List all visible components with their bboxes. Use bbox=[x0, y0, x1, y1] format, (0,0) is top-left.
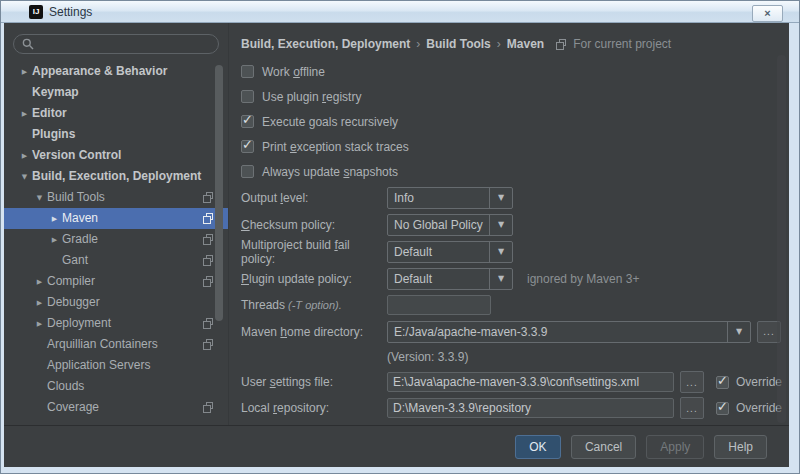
sidebar-item-label: Editor bbox=[32, 106, 67, 120]
search-input[interactable] bbox=[40, 36, 210, 52]
sidebar-item-editor[interactable]: ▶Editor bbox=[4, 103, 228, 124]
plugin-update-policy-select[interactable]: Default ▼ bbox=[387, 268, 513, 290]
chevron-down-icon[interactable]: ▼ bbox=[489, 188, 512, 208]
breadcrumb-build-execution-deployment[interactable]: Build, Execution, Deployment bbox=[241, 37, 410, 51]
sidebar-item-arquillian-containers[interactable]: Arquillian Containers bbox=[4, 334, 228, 355]
sidebar-item-gant[interactable]: Gant bbox=[4, 250, 228, 271]
always-update-snapshots-label: Always update snapshots bbox=[262, 165, 398, 179]
search-icon bbox=[22, 38, 34, 50]
maven-settings-panel: Build, Execution, Deployment › Build Too… bbox=[229, 23, 789, 425]
chevron-down-icon[interactable]: ▼ bbox=[489, 242, 512, 262]
local-repository-input[interactable] bbox=[387, 398, 674, 418]
work-offline-checkbox[interactable]: ✓ bbox=[241, 65, 254, 78]
sidebar-item-debugger[interactable]: ▶Debugger bbox=[4, 292, 228, 313]
maven-home-directory-label: Maven home directory: bbox=[241, 325, 387, 339]
local-repository-browse-button[interactable]: ... bbox=[680, 397, 704, 419]
close-button[interactable]: × bbox=[752, 5, 783, 22]
use-plugin-registry-label: Use plugin registry bbox=[262, 90, 361, 104]
sidebar-item-compiler[interactable]: ▶Compiler bbox=[4, 271, 228, 292]
sidebar-item-application-servers[interactable]: Application Servers bbox=[4, 355, 228, 376]
sidebar-item-label: Version Control bbox=[32, 148, 121, 162]
user-settings-file-row: User settings file: ... ✓ Override bbox=[241, 369, 789, 395]
cancel-button[interactable]: Cancel bbox=[571, 435, 636, 459]
sidebar-item-clouds[interactable]: Clouds bbox=[4, 376, 228, 397]
local-repository-override-checkbox[interactable]: ✓ bbox=[716, 402, 729, 415]
ok-button[interactable]: OK bbox=[515, 435, 561, 459]
chevron-right-icon: ▶ bbox=[17, 62, 32, 83]
shared-settings-icon bbox=[203, 339, 214, 350]
sidebar-item-label: Application Servers bbox=[47, 358, 150, 372]
sidebar-item-appearance-behavior[interactable]: ▶Appearance & Behavior bbox=[4, 61, 228, 82]
breadcrumb-build-tools[interactable]: Build Tools bbox=[426, 37, 490, 51]
sidebar-item-coverage[interactable]: Coverage bbox=[4, 397, 228, 418]
sidebar-scrollbar[interactable] bbox=[215, 65, 223, 321]
plugin-update-policy-note: ignored by Maven 3+ bbox=[527, 272, 639, 286]
execute-goals-recursively-checkbox[interactable]: ✓ bbox=[241, 115, 254, 128]
shared-settings-icon bbox=[203, 234, 214, 245]
sidebar-item-keymap[interactable]: Keymap bbox=[4, 82, 228, 103]
user-settings-override: ✓ Override bbox=[716, 375, 782, 389]
print-exception-stack-traces-checkbox[interactable]: ✓ bbox=[241, 140, 254, 153]
multiproject-build-fail-policy-value: Default bbox=[388, 245, 489, 259]
user-settings-file-browse-button[interactable]: ... bbox=[680, 371, 704, 393]
settings-tree: ▶Appearance & Behavior Keymap ▶Editor Pl… bbox=[4, 61, 228, 425]
window-title: Settings bbox=[49, 5, 92, 19]
check-icon: ✓ bbox=[717, 373, 728, 388]
checksum-policy-select[interactable]: No Global Policy ▼ bbox=[387, 214, 513, 236]
threads-option-hint: (-T option). bbox=[288, 299, 342, 311]
maven-version-note: (Version: 3.3.9) bbox=[241, 345, 789, 369]
chevron-down-icon[interactable]: ▼ bbox=[727, 322, 750, 342]
sidebar-item-label: Build, Execution, Deployment bbox=[32, 169, 201, 183]
checksum-policy-label: Checksum policy: bbox=[241, 218, 387, 232]
help-button[interactable]: Help bbox=[714, 435, 767, 459]
sidebar-item-build-execution-deployment[interactable]: ▼Build, Execution, Deployment bbox=[4, 166, 228, 187]
user-settings-file-label: User settings file: bbox=[241, 375, 387, 389]
maven-home-directory-combobox[interactable]: E:/Java/apache-maven-3.3.9 ▼ bbox=[387, 321, 751, 343]
breadcrumb-separator: › bbox=[416, 37, 420, 51]
sidebar-item-deployment[interactable]: ▶Deployment bbox=[4, 313, 228, 334]
sidebar-item-label: Plugins bbox=[32, 127, 75, 141]
sidebar-item-build-tools[interactable]: ▼Build Tools bbox=[4, 187, 228, 208]
sidebar-item-label: Arquillian Containers bbox=[47, 337, 158, 351]
use-plugin-registry-checkbox[interactable]: ✓ bbox=[241, 90, 254, 103]
print-exception-stack-traces-row: ✓ Print exception stack traces bbox=[241, 134, 789, 159]
sidebar-item-label: Build Tools bbox=[47, 190, 105, 204]
work-offline-row: ✓ Work offline bbox=[241, 59, 789, 84]
chevron-down-icon[interactable]: ▼ bbox=[489, 269, 512, 289]
user-settings-override-checkbox[interactable]: ✓ bbox=[716, 376, 729, 389]
shared-settings-icon bbox=[203, 276, 214, 287]
settings-search-box[interactable] bbox=[13, 34, 219, 54]
sidebar-item-version-control[interactable]: ▶Version Control bbox=[4, 145, 228, 166]
multiproject-build-fail-policy-row: Multiproject build fail policy: Default … bbox=[241, 238, 789, 265]
chevron-down-icon: ▼ bbox=[32, 188, 47, 209]
sidebar-item-label: Keymap bbox=[32, 85, 79, 99]
sidebar-item-label: Deployment bbox=[47, 316, 111, 330]
sidebar-item-maven[interactable]: ▶Maven bbox=[4, 208, 228, 229]
always-update-snapshots-checkbox[interactable]: ✓ bbox=[241, 165, 254, 178]
chevron-right-icon: ▶ bbox=[47, 230, 62, 251]
chevron-right-icon: ▶ bbox=[32, 293, 47, 314]
user-settings-file-input[interactable] bbox=[387, 372, 674, 392]
settings-window: IJ Settings × ▶Appearance & Behavior Key… bbox=[0, 0, 800, 474]
threads-input[interactable] bbox=[387, 295, 491, 315]
maven-home-directory-value[interactable]: E:/Java/apache-maven-3.3.9 bbox=[388, 325, 727, 339]
print-exception-stack-traces-label: Print exception stack traces bbox=[262, 140, 409, 154]
output-level-select[interactable]: Info ▼ bbox=[387, 187, 513, 209]
local-repository-row: Local repository: ... ✓ Override bbox=[241, 395, 789, 421]
plugin-update-policy-value: Default bbox=[388, 272, 489, 286]
breadcrumb-maven: Maven bbox=[507, 37, 544, 51]
chevron-down-icon[interactable]: ▼ bbox=[489, 215, 512, 235]
main-scrollbar[interactable] bbox=[777, 55, 786, 423]
sidebar-item-plugins[interactable]: Plugins bbox=[4, 124, 228, 145]
output-level-value: Info bbox=[388, 191, 489, 205]
multiproject-build-fail-policy-select[interactable]: Default ▼ bbox=[387, 241, 513, 263]
sidebar-item-gradle[interactable]: ▶Gradle bbox=[4, 229, 228, 250]
output-level-label: Output level: bbox=[241, 191, 387, 205]
apply-button: Apply bbox=[646, 435, 704, 459]
sidebar-item-label: Maven bbox=[62, 211, 98, 225]
sidebar-item-label: Gradle bbox=[62, 232, 98, 246]
checksum-policy-row: Checksum policy: No Global Policy ▼ bbox=[241, 211, 789, 238]
dialog-footer: OK Cancel Apply Help bbox=[4, 425, 789, 467]
shared-settings-icon bbox=[203, 192, 214, 203]
chevron-right-icon: ▶ bbox=[17, 146, 32, 167]
